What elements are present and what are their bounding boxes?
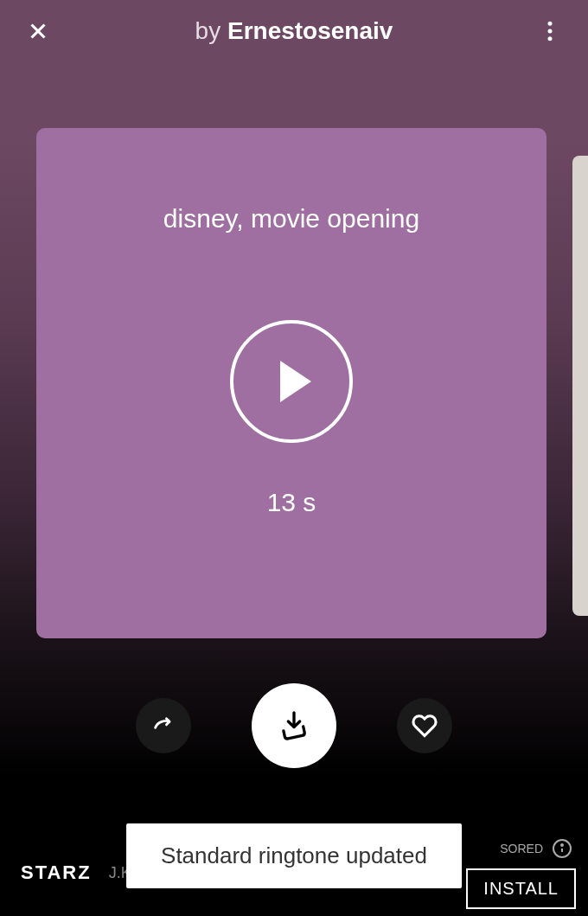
author-name[interactable]: Ernestosenaiv [227, 17, 393, 44]
by-label: by [195, 17, 227, 44]
main-content: disney, movie opening 13 s [0, 62, 588, 638]
sponsored-label: SORED [500, 842, 543, 855]
toast-message: Standard ringtone updated [126, 823, 462, 888]
share-icon [151, 714, 176, 738]
share-button[interactable] [136, 698, 191, 753]
ad-logo: STARZ [21, 862, 92, 884]
ad-info-button[interactable] [552, 838, 572, 862]
close-button[interactable] [21, 14, 55, 48]
favorite-button[interactable] [397, 698, 452, 753]
info-icon [552, 838, 572, 859]
close-icon [25, 18, 51, 44]
page-title: by Ernestosenaiv [55, 17, 533, 45]
ringtone-duration: 13 s [267, 488, 316, 517]
install-button[interactable]: INSTALL [466, 868, 576, 909]
more-button[interactable] [533, 14, 567, 48]
svg-point-2 [548, 22, 553, 26]
set-ringtone-button[interactable] [252, 683, 336, 768]
header: by Ernestosenaiv [0, 0, 588, 62]
ringtone-card[interactable]: disney, movie opening 13 s [36, 128, 546, 638]
play-icon [280, 361, 311, 402]
svg-point-4 [548, 36, 553, 41]
play-button[interactable] [230, 320, 353, 443]
more-vertical-icon [537, 18, 563, 44]
download-icon [277, 708, 311, 743]
ringtone-title: disney, movie opening [163, 204, 419, 234]
svg-point-7 [561, 844, 563, 846]
action-bar [0, 683, 588, 768]
heart-icon [412, 713, 438, 739]
next-card-peek[interactable] [572, 156, 588, 616]
svg-point-3 [548, 29, 553, 34]
